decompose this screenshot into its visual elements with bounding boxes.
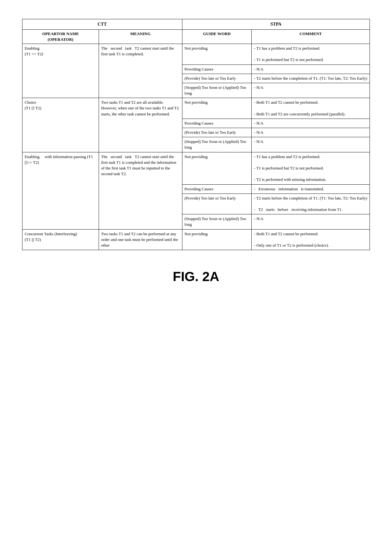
operator-col-header: OPEARTOR NAME (OPERATOR) [22,29,99,44]
enabling-info-comment-3: - T2 starts before the completion of T1.… [252,194,370,214]
enabling-guide-2: Providing Causes [182,65,252,74]
enabling-guide-4: (Stopped) Too Soon or (Applied) Too long [182,83,252,98]
enabling-info-guide-3: (Provide) Too late or Too Early [182,194,252,214]
enabling-info-comment-2: - Erroneous information is transmitted. [252,184,370,194]
main-table: CTT STPA OPEARTOR NAME (OPERATOR) MEANIN… [22,19,370,250]
col-header-row: OPEARTOR NAME (OPERATOR) MEANING GUIDE W… [22,29,370,44]
figure-label: FIG. 2A [173,269,219,284]
comment-col-header: COMMENT [252,29,370,44]
choice-comment-2: - N/A [252,119,370,128]
operator-paren-label: (OPERATOR) [48,37,73,42]
table-row: Enabling(T1 >> T2) The second task T2 ca… [22,44,370,65]
enabling-guide-3: (Provide) Too late or Too Early [182,74,252,83]
guide-word-col-header: GUIDE WORD [182,29,252,44]
table-row: Choice(T1 [] T2) Two tasks T1 and T2 are… [22,98,370,119]
enabling-info-comment-4: - N/A [252,214,370,229]
concurrent-comment-1: - Both T1 and T2 cannot be performed. - … [252,229,370,250]
operator-name-label: OPEARTOR NAME [42,31,79,36]
enabling-comment-3: - T2 starts before the completion of T1.… [252,74,370,83]
ctt-header: CTT [22,19,182,30]
choice-comment-1: - Both T1 and T2 cannot be performed. - … [252,98,370,119]
table-row: Concurrent Tasks (Interleaving)(T1 ||| T… [22,229,370,250]
enabling-info-guide-1: Not providing [182,152,252,184]
table-row: Enabling with Information passing (T1 []… [22,152,370,184]
enabling-info-meaning: The second task T2 cannot start until th… [99,152,182,229]
choice-meaning: Two tasks T1 and T2 are all available. H… [99,98,182,152]
choice-comment-3: - N/A [252,128,370,137]
enabling-guide-1: Not providing [182,44,252,65]
concurrent-meaning: Two tasks T1 and T2 can be performed at … [99,229,182,250]
enabling-meaning: The second task T2 cannot start until th… [99,44,182,98]
concurrent-guide-1: Not providing [182,229,252,250]
choice-guide-4: (Stopped) Too Soon or (Applied) Too long [182,137,252,152]
choice-guide-1: Not providing [182,98,252,119]
enabling-comment-2: - N/A [252,65,370,74]
choice-guide-3: (Provide) Too late or Too Early [182,128,252,137]
enabling-comment-1: - T1 has a problem and T2 is performed. … [252,44,370,65]
enabling-info-guide-2: Providing Causes [182,184,252,194]
concurrent-operator: Concurrent Tasks (Interleaving)(T1 ||| T… [22,229,99,250]
enabling-operator: Enabling(T1 >> T2) [22,44,99,98]
enabling-comment-4: - N/A [252,83,370,98]
choice-comment-4: - N/A [252,137,370,152]
enabling-info-comment-1: - T1 has a problem and T2 is performed. … [252,152,370,184]
section-header-row: CTT STPA [22,19,370,30]
choice-guide-2: Providing Causes [182,119,252,128]
choice-operator: Choice(T1 [] T2) [22,98,99,152]
stpa-header: STPA [182,19,370,30]
enabling-info-operator: Enabling with Information passing (T1 []… [22,152,99,229]
enabling-info-guide-4: (Stopped) Too Soon or (Applied) Too long [182,214,252,229]
meaning-col-header: MEANING [99,29,182,44]
